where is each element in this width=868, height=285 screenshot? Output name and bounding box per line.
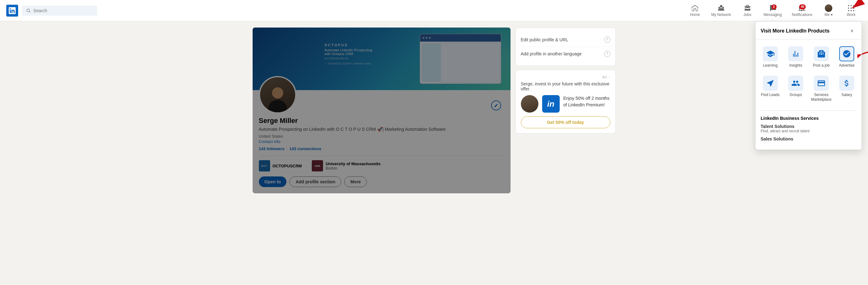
find-leads-label: Find Leads (761, 93, 779, 98)
ad-user-avatar (521, 95, 538, 113)
salary-icon (839, 76, 854, 91)
nav-item-notifications[interactable]: 40 Notifications (787, 2, 817, 20)
profile-name: Serge Miller (259, 117, 504, 125)
work-divider (761, 110, 857, 111)
find-leads-icon (763, 76, 778, 91)
ad-card: Ad ··· Serge, invest in your future with… (516, 70, 616, 134)
search-bar[interactable] (22, 6, 97, 15)
profile-experience: OCT OCTOPUSCRM UMB University of Massach… (259, 156, 504, 171)
exp-umass-name: University of Massachusetts (326, 161, 381, 166)
banner-tagline: Automate LinkedIn Prospectingwith Octopu… (324, 48, 372, 56)
sales-title: Sales Solutions (761, 136, 857, 141)
work-business-talent[interactable]: Talent Solutions Find, attract and recru… (761, 124, 857, 133)
messaging-label: Messaging (764, 12, 782, 17)
ad-promo: in Enjoy 50% off 2 months of LinkedIn Pr… (521, 95, 610, 113)
add-profile-section-button[interactable]: Add profile section (289, 177, 341, 187)
svg-point-7 (850, 10, 852, 11)
profile-contact[interactable]: Contact info (259, 139, 504, 144)
more-button[interactable]: More (344, 177, 367, 187)
work-item-services[interactable]: Services Marketplace (809, 72, 834, 105)
ad-promo-text: Enjoy 50% off 2 months of LinkedIn Premi… (563, 95, 610, 108)
connections-stat[interactable]: 143 connections (289, 147, 321, 151)
profile-location: United States (259, 134, 504, 138)
work-business-sales[interactable]: Sales Solutions (761, 136, 857, 141)
ad-linkedin-logo: in (542, 95, 560, 113)
learning-label: Learning (763, 63, 778, 68)
notifications-badge: 40 (799, 4, 806, 9)
svg-point-8 (853, 10, 854, 11)
work-products-grid: Learning Insights Post a job (756, 39, 861, 109)
me-avatar-icon (825, 4, 832, 12)
services-icon (814, 76, 829, 91)
exp-umass-sub: Boston (326, 166, 381, 170)
messaging-icon: 2 (769, 4, 777, 12)
nav-item-messaging[interactable]: 2 Messaging (760, 2, 786, 20)
banner-trusted: ✓ Trusted by 15,000+ LinkedIn users (324, 62, 372, 65)
search-icon (26, 8, 31, 13)
search-input[interactable] (33, 8, 93, 13)
profile-card: OCTOPUS Automate LinkedIn Prospectingwit… (253, 28, 510, 193)
exp-item-umass[interactable]: UMB University of Massachusetts Boston (312, 160, 381, 171)
exp-item-octopus[interactable]: OCT OCTOPUSCRM (259, 160, 302, 171)
profile-links-card: Edit public profile & URL ? Add profile … (516, 28, 616, 66)
sidebar: Edit public profile & URL ? Add profile … (516, 28, 616, 193)
work-item-salary[interactable]: Salary (835, 72, 859, 105)
followers-stat[interactable]: 143 followers (259, 147, 284, 151)
work-dropdown-title: Visit More LinkedIn Products (761, 28, 830, 34)
mynetwork-label: My Network (711, 12, 731, 17)
edit-profile-help-icon[interactable]: ? (604, 37, 610, 43)
nav-item-work[interactable]: Work (840, 2, 862, 20)
post-job-label: Post a job (813, 63, 830, 68)
nav-item-jobs[interactable]: Jobs (737, 2, 758, 20)
profile-actions: Open to Add profile section More (259, 177, 504, 187)
umass-logo: UMB (312, 160, 323, 171)
svg-point-6 (848, 10, 849, 11)
nav-item-me[interactable]: Me ▾ (818, 2, 839, 20)
add-language-link[interactable]: Add profile in another language ? (521, 47, 610, 61)
profile-stats: 143 followers · 143 connections (259, 147, 504, 151)
work-item-find-leads[interactable]: Find Leads (758, 72, 782, 105)
edit-profile-link[interactable]: Edit public profile & URL ? (521, 33, 610, 47)
edit-profile-icon[interactable] (491, 100, 501, 110)
work-item-groups[interactable]: Groups (784, 72, 808, 105)
home-label: Home (690, 12, 700, 17)
work-business-title: LinkedIn Business Services (761, 116, 857, 121)
talent-title: Talent Solutions (761, 124, 857, 129)
linkedin-logo[interactable] (6, 5, 18, 17)
home-icon (691, 4, 699, 12)
red-arrow-advertise (857, 46, 868, 62)
work-dropdown-header: Visit More LinkedIn Products × (756, 22, 861, 39)
talent-desc: Find, attract and recruit talent (761, 129, 857, 133)
work-dropdown-close[interactable]: × (848, 27, 857, 35)
svg-point-1 (850, 5, 852, 6)
ad-intro-text: Serge, invest in your future with this e… (521, 81, 610, 91)
work-item-learning[interactable]: Learning (758, 43, 782, 71)
svg-point-5 (853, 7, 854, 9)
open-to-button[interactable]: Open to (259, 177, 287, 187)
avatar (259, 76, 297, 114)
premium-cta-button[interactable]: Get 50% off today (521, 116, 610, 128)
mynetwork-icon (717, 4, 725, 12)
advertise-label: Advertise (839, 63, 855, 68)
nav-items: Home My Network Jobs (684, 2, 862, 20)
work-item-post-job[interactable]: Post a job (809, 43, 834, 71)
ad-tag: Ad ··· (521, 75, 610, 79)
octopus-logo: OCT (259, 160, 270, 171)
avatar-wrapper (253, 76, 510, 114)
work-dropdown-panel: Visit More LinkedIn Products × Learning … (755, 21, 862, 150)
work-item-insights[interactable]: Insights (784, 43, 808, 71)
messaging-badge: 2 (772, 4, 777, 9)
profile-info: Serge Miller Automate Prospecting on Lin… (253, 114, 510, 193)
insights-label: Insights (789, 63, 802, 68)
nav-item-mynetwork[interactable]: My Network (707, 2, 735, 20)
jobs-icon (744, 4, 751, 12)
salary-label: Salary (841, 93, 852, 98)
banner-cta: OCTOPUSCRM.IO (324, 57, 372, 60)
profile-section: OCTOPUS Automate LinkedIn Prospectingwit… (253, 28, 510, 193)
svg-point-3 (848, 7, 849, 9)
work-item-advertise[interactable]: Advertise (835, 43, 859, 71)
add-language-help-icon[interactable]: ? (604, 51, 610, 57)
groups-icon (788, 76, 803, 91)
nav-item-home[interactable]: Home (684, 2, 706, 20)
navbar: Home My Network Jobs (0, 0, 868, 21)
